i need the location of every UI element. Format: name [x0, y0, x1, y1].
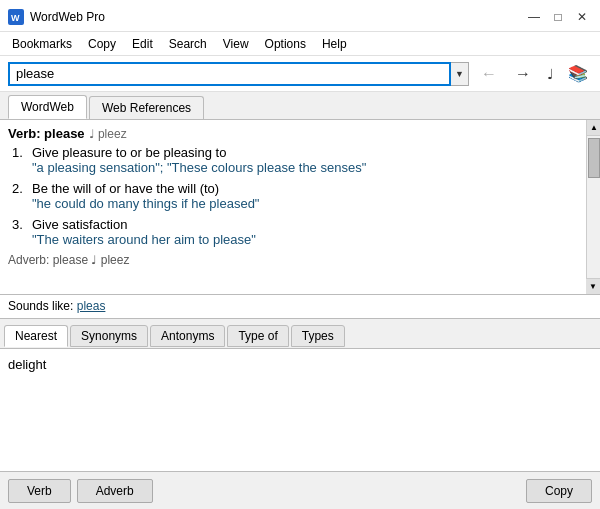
back-button[interactable]: ←	[475, 61, 503, 87]
sounds-like: Sounds like: pleas	[0, 295, 600, 319]
menu-item-bookmarks[interactable]: Bookmarks	[4, 35, 80, 53]
maximize-button[interactable]: □	[548, 7, 568, 27]
menu-item-options[interactable]: Options	[257, 35, 314, 53]
forward-button[interactable]: →	[509, 61, 537, 87]
menu-item-edit[interactable]: Edit	[124, 35, 161, 53]
adverb-button[interactable]: Adverb	[77, 479, 153, 503]
sounds-like-label: Sounds like:	[8, 299, 73, 313]
app-title: WordWeb Pro	[30, 10, 105, 24]
title-controls: — □ ✕	[524, 7, 592, 27]
menu-item-view[interactable]: View	[215, 35, 257, 53]
sounds-like-link[interactable]: pleas	[77, 299, 106, 313]
books-icon[interactable]: 📚	[564, 64, 592, 83]
pronunciation: ♩ pleez	[89, 127, 127, 141]
title-bar: W WordWeb Pro — □ ✕	[0, 0, 600, 32]
bottom-bar: Verb Adverb Copy	[0, 471, 600, 509]
word-type: Verb: please	[8, 126, 85, 141]
definition-header: Verb: please ♩ pleez	[8, 126, 592, 141]
tabs-row: WordWebWeb References	[0, 92, 600, 120]
search-dropdown[interactable]: ▼	[451, 62, 469, 86]
verb-button[interactable]: Verb	[8, 479, 71, 503]
bottom-left: Verb Adverb	[8, 479, 153, 503]
definition-truncated: Adverb: please ♩ pleez	[8, 253, 592, 267]
music-icon[interactable]: ♩	[543, 66, 558, 82]
search-input-wrapper: ▼	[8, 62, 469, 86]
results-area: delight	[0, 349, 600, 471]
result-word: delight	[8, 357, 592, 372]
bottom-right: Copy	[526, 479, 592, 503]
sub-tab-nearest[interactable]: Nearest	[4, 325, 68, 347]
search-input[interactable]	[8, 62, 451, 86]
minimize-button[interactable]: —	[524, 7, 544, 27]
app-icon: W	[8, 9, 24, 25]
close-button[interactable]: ✕	[572, 7, 592, 27]
sub-tab-types[interactable]: Types	[291, 325, 345, 347]
svg-text:W: W	[11, 13, 20, 23]
definition-item-1: 1. Give pleasure to or be pleasing to "a…	[12, 145, 592, 175]
menu-item-copy[interactable]: Copy	[80, 35, 124, 53]
definition-item-2: 2. Be the will of or have the will (to) …	[12, 181, 592, 211]
tab-web-references[interactable]: Web References	[89, 96, 204, 119]
search-bar: ▼ ← → ♩ 📚	[0, 56, 600, 92]
sub-tabs-row: NearestSynonymsAntonymsType ofTypes	[0, 319, 600, 349]
sub-tab-synonyms[interactable]: Synonyms	[70, 325, 148, 347]
sub-tab-type-of[interactable]: Type of	[227, 325, 288, 347]
definition-item-3: 3. Give satisfaction "The waiters around…	[12, 217, 592, 247]
title-bar-left: W WordWeb Pro	[8, 9, 105, 25]
definition-list: 1. Give pleasure to or be pleasing to "a…	[8, 145, 592, 247]
menu-item-search[interactable]: Search	[161, 35, 215, 53]
scroll-thumb[interactable]	[588, 138, 600, 178]
definition-area: Verb: please ♩ pleez 1. Give pleasure to…	[0, 120, 600, 295]
copy-button[interactable]: Copy	[526, 479, 592, 503]
scroll-down[interactable]: ▼	[586, 278, 600, 294]
scroll-up[interactable]: ▲	[587, 120, 600, 136]
tab-wordweb[interactable]: WordWeb	[8, 95, 87, 119]
definition-content: Verb: please ♩ pleez 1. Give pleasure to…	[0, 120, 600, 294]
menu-item-help[interactable]: Help	[314, 35, 355, 53]
menu-bar: BookmarksCopyEditSearchViewOptionsHelp	[0, 32, 600, 56]
scrollbar[interactable]: ▲ ▼	[586, 120, 600, 294]
sub-tab-antonyms[interactable]: Antonyms	[150, 325, 225, 347]
